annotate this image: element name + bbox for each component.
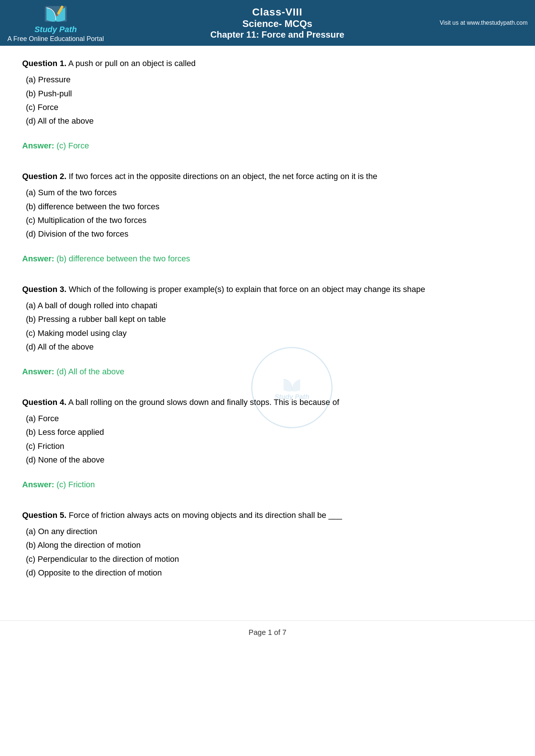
question-2-option-d: (d) Division of the two forces [26,227,513,241]
page-footer: Page 1 of 7 [0,621,535,644]
question-4-option-b: (b) Less force applied [26,425,513,439]
answer-2: Answer: (b) difference between the two f… [22,252,513,265]
question-5-option-d: (d) Opposite to the direction of motion [26,566,513,580]
question-1-option-b: (b) Push-pull [26,87,513,100]
question-3: Question 3. Which of the following is pr… [22,283,513,354]
header-tagline: A Free Online Educational Portal [7,35,104,43]
question-4-option-a: (a) Force [26,412,513,425]
answer-4: Answer: (c) Friction [22,478,513,491]
question-3-option-b: (b) Pressing a rubber ball kept on table [26,312,513,326]
question-1-option-a: (a) Pressure [26,73,513,86]
page-header: Study Path A Free Online Educational Por… [0,0,535,46]
question-1-option-d: (d) All of the above [26,114,513,128]
question-3-option-c: (c) Making model using clay [26,326,513,340]
answer-3: Answer: (d) All of the above [22,365,513,378]
answer-1: Answer: (c) Force [22,139,513,152]
question-5-option-b: (b) Along the direction of motion [26,538,513,552]
question-5: Question 5. Force of friction always act… [22,509,513,580]
question-2: Question 2. If two forces act in the opp… [22,170,513,241]
logo-icon [43,3,69,23]
question-3-option-a: (a) A ball of dough rolled into chapati [26,299,513,312]
question-4-option-d: (d) None of the above [26,453,513,467]
header-visit: Visit us at www.thestudypath.com [440,20,528,26]
logo-container: Study Path A Free Online Educational Por… [7,3,104,43]
question-4-option-c: (c) Friction [26,439,513,453]
header-chapter: Chapter 11: Force and Pressure [115,30,440,40]
question-2-option-a: (a) Sum of the two forces [26,186,513,199]
header-subject: Science- MCQs [115,18,440,30]
question-5-option-a: (a) On any direction [26,525,513,538]
question-2-option-b: (b) difference between the two forces [26,200,513,213]
question-1: 1 Question 1. A push or pull on an objec… [22,57,513,128]
question-2-option-c: (c) Multiplication of the two forces [26,213,513,227]
main-content: 1 Question 1. A push or pull on an objec… [0,46,535,613]
question-1-text: 1 Question 1. A push or pull on an objec… [22,57,513,70]
question-3-option-d: (d) All of the above [26,340,513,354]
question-2-text: Question 2. If two forces act in the opp… [22,170,513,183]
question-5-option-c: (c) Perpendicular to the direction of mo… [26,552,513,566]
question-4: Question 4. A ball rolling on the ground… [22,396,513,467]
header-class: Class-VIII [115,6,440,18]
question-5-text: Question 5. Force of friction always act… [22,509,513,522]
question-3-text: Question 3. Which of the following is pr… [22,283,513,296]
logo-text: Study Path [34,25,77,34]
question-4-text: Question 4. A ball rolling on the ground… [22,396,513,409]
page-number: Page 1 of 7 [249,628,286,636]
question-1-option-c: (c) Force [26,100,513,114]
header-center: Class-VIII Science- MCQs Chapter 11: For… [115,6,440,40]
